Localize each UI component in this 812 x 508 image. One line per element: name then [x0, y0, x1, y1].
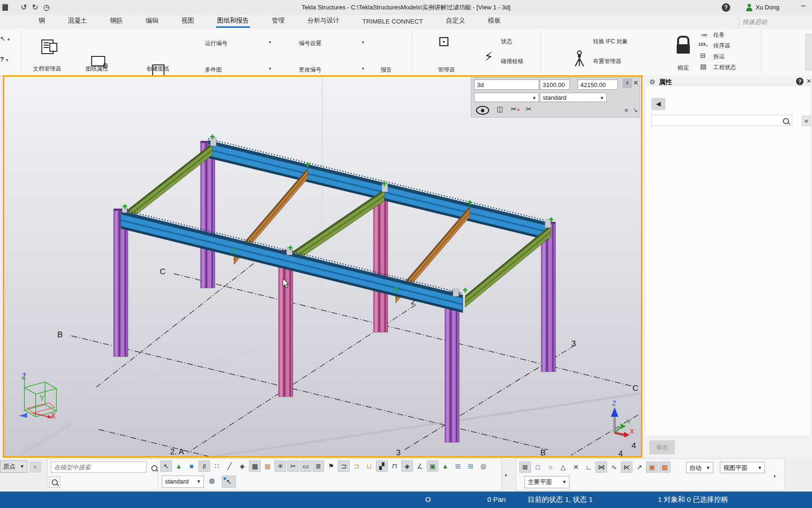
ribbon-mini-help[interactable]: ? ▾: [0, 56, 11, 68]
column-front-2-highlighted[interactable]: [279, 250, 293, 397]
origin-dropdown[interactable]: 原点▼: [0, 460, 27, 473]
run-numbering-flyout-arrow[interactable]: ▾: [269, 40, 271, 45]
column-front-3[interactable]: [445, 292, 459, 442]
select-connector-b-icon[interactable]: ⊐: [351, 460, 362, 472]
organizer-icon[interactable]: ⊡: [438, 33, 450, 49]
select-solids-icon[interactable]: ◈: [236, 460, 248, 472]
selection-overflow-icon[interactable]: ◑: [504, 472, 507, 478]
close-icon[interactable]: ✕: [633, 79, 639, 87]
project-status-label[interactable]: 工程状态: [713, 64, 736, 71]
convert-ifc-label[interactable]: 转换 IFC 对象: [593, 38, 628, 46]
resize-icon[interactable]: ↘: [633, 107, 638, 113]
panel-back-button[interactable]: ◀: [651, 98, 665, 110]
tab-custom[interactable]: 自定义: [445, 14, 466, 28]
snap-ortho-icon[interactable]: ▣: [646, 461, 658, 473]
save-icon[interactable]: [2, 4, 8, 11]
clash-check-label[interactable]: 碰撞校核: [501, 57, 523, 65]
lock-icon[interactable]: [677, 36, 690, 54]
undo-icon[interactable]: ↺: [21, 0, 27, 15]
pointer-icon[interactable]: ↖: [160, 460, 172, 472]
cut-icon[interactable]: ✂: [287, 460, 299, 472]
document-manager-icon[interactable]: [41, 40, 54, 54]
sequencer-label[interactable]: 排序器: [713, 42, 730, 50]
select-points-icon[interactable]: ∷: [211, 460, 223, 472]
view-name-field[interactable]: [474, 79, 539, 90]
representation-combo[interactable]: standard ▼: [540, 93, 607, 102]
select-parts-icon[interactable]: ▲: [173, 460, 185, 472]
view-depth-up-field[interactable]: [540, 79, 570, 90]
snap-overflow-icon[interactable]: ◑: [773, 473, 776, 479]
tab-manage[interactable]: 管理: [271, 14, 286, 28]
model-3d-structure[interactable]: [114, 135, 555, 442]
lock-label[interactable]: 锁定: [678, 64, 689, 72]
snap-direction-icon[interactable]: ↗: [633, 461, 645, 473]
tab-template[interactable]: 模板: [487, 14, 502, 28]
user-name[interactable]: Xu Dong: [756, 0, 780, 15]
select-objects-icon[interactable]: ■: [186, 460, 197, 472]
cut-plane-remove-icon[interactable]: ✂✕: [511, 105, 520, 113]
select-view-icon[interactable]: ▣: [427, 460, 438, 472]
tab-rebar[interactable]: 钢筋: [109, 14, 124, 28]
auto-dropdown[interactable]: 自动▼: [686, 462, 713, 473]
clash-check-icon[interactable]: ⚡: [484, 49, 493, 64]
beam-green-right[interactable]: [465, 225, 551, 307]
list-icon[interactable]: ≡: [625, 107, 628, 114]
select-connector-a-icon[interactable]: ⊐: [338, 460, 350, 472]
lotting-label[interactable]: 拆运: [713, 53, 725, 61]
run-numbering-label[interactable]: 运行编号: [205, 40, 227, 48]
project-status-icon[interactable]: ▤: [700, 63, 706, 70]
sequencer-icon[interactable]: 123.,: [698, 42, 708, 47]
main-plane-dropdown[interactable]: 主要平面▼: [524, 476, 570, 488]
select-lines-icon[interactable]: ╱: [224, 460, 235, 472]
snap-circle-icon[interactable]: ○: [545, 461, 556, 473]
model-search-input[interactable]: [51, 461, 147, 473]
lotting-truck-icon[interactable]: ⊟: [700, 52, 706, 59]
tab-trimble-connect[interactable]: TRIMBLE CONNECT: [361, 16, 424, 28]
select-grid-filter-icon[interactable]: ♯: [198, 460, 210, 472]
column-back-1[interactable]: [201, 141, 215, 288]
tab-drawings-reports[interactable]: 图纸和报告: [216, 14, 250, 28]
view-filter-combo[interactable]: ▼: [474, 93, 539, 102]
panel-close-icon[interactable]: ✕: [806, 78, 812, 85]
create-drawing-label[interactable]: 创建图纸: [147, 65, 169, 73]
beam-green-mid[interactable]: [290, 189, 384, 265]
layout-manager-icon[interactable]: [573, 49, 586, 68]
wireframe-cube-icon[interactable]: ◫: [497, 105, 503, 113]
view-depth-down-field[interactable]: [578, 79, 618, 90]
gear-icon[interactable]: ⚙: [649, 78, 656, 86]
snap-plane-icon[interactable]: ▩: [659, 461, 671, 473]
select-polyline-icon[interactable]: ∠: [414, 460, 426, 472]
organizer-label[interactable]: 管理器: [438, 66, 455, 74]
pin-icon[interactable]: ⚡: [623, 79, 632, 88]
tasks-icon[interactable]: ≔: [701, 31, 708, 39]
snap-triangle-icon[interactable]: △: [557, 461, 569, 473]
view-plane-dropdown[interactable]: 视图平面▼: [720, 462, 765, 473]
select-wand-icon[interactable]: ✳: [274, 460, 286, 472]
search-scope-icon[interactable]: [49, 476, 60, 488]
select-window-icon[interactable]: ▭: [300, 460, 312, 472]
tab-view[interactable]: 视图: [180, 14, 195, 28]
tab-edit[interactable]: 编辑: [145, 14, 159, 28]
snap-square-icon[interactable]: □: [532, 461, 544, 473]
select-marker-icon[interactable]: ▲: [439, 460, 451, 472]
report-label[interactable]: 报告: [381, 66, 392, 74]
select-blocks-icon[interactable]: ▞: [376, 460, 388, 472]
cut-plane-icon[interactable]: ✂: [526, 105, 532, 113]
quick-launch[interactable]: 快速启动: [742, 18, 767, 26]
help-icon[interactable]: ?: [722, 3, 730, 12]
select-pattern-b-icon[interactable]: ⊞: [465, 460, 476, 472]
select-frame-icon[interactable]: ⊓: [389, 460, 400, 472]
history-icon[interactable]: ◷: [43, 0, 50, 15]
selection-filter-dropdown[interactable]: standard▼: [162, 476, 204, 488]
numbering-settings-flyout-arrow[interactable]: ▾: [362, 40, 364, 45]
panel-menu-icon[interactable]: ≡: [802, 116, 811, 126]
ribbon-overflow-icon[interactable]: [805, 34, 812, 71]
multi-drawing-flyout-arrow[interactable]: ▾: [269, 66, 271, 71]
snap-intersection-icon[interactable]: ⋈: [595, 461, 607, 473]
ribbon-mini-arrow[interactable]: ↖ ▾: [0, 35, 11, 47]
add-point-button[interactable]: +: [29, 461, 41, 473]
drawing-properties-label[interactable]: 图纸属性: [86, 65, 108, 73]
panel-help-icon[interactable]: ?: [796, 78, 804, 85]
beam-green-left[interactable]: [125, 143, 212, 223]
search-icon[interactable]: [151, 465, 157, 471]
